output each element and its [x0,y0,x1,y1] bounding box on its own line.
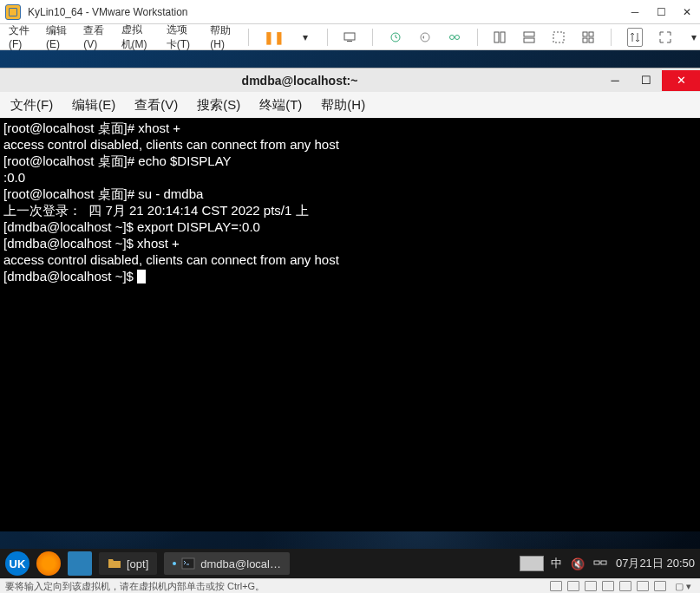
guest-taskbar: UK [opt] dmdba@local… 中 🔇 07月21日 20:50 [0,549,700,578]
terminal-line: access control disabled, clients can con… [3,251,697,268]
vmware-menubar: 文件(F) 编辑(E) 查看(V) 虚拟机(M) 选项卡(T) 帮助(H) ❚❚… [0,24,700,50]
clock[interactable]: 07月21日 20:50 [616,556,695,571]
input-method-icon[interactable]: 中 [551,556,562,571]
svg-rect-7 [500,32,505,42]
status-menu-icon[interactable]: ▢ ▾ [671,581,695,592]
terminal-menu-view[interactable]: 查看(V) [134,97,178,114]
vmware-app-icon [5,4,21,20]
svg-point-4 [449,35,454,39]
tray-applet-icon[interactable] [520,556,544,571]
terminal-line: [root@localhost 桌面]# echo $DISPLAY [3,153,697,169]
svg-rect-17 [601,561,606,564]
layout-3-icon[interactable] [552,28,566,47]
terminal-line: [root@localhost 桌面]# xhost + [3,120,697,136]
terminal-menubar: 文件(F) 编辑(E) 查看(V) 搜索(S) 终端(T) 帮助(H) [0,92,700,118]
snapshot-take-icon[interactable] [389,28,402,47]
taskbar-item-opt[interactable]: [opt] [99,552,157,575]
device-net-icon[interactable] [585,581,597,591]
window-title: KyLin10_64 - VMware Workstation [28,6,622,18]
layout-2-icon[interactable] [522,28,536,47]
terminal-line: [dmdba@localhost ~]$ xhost + [3,235,697,251]
separator [248,29,249,46]
terminal-cursor [137,270,146,283]
taskbar-item-terminal[interactable]: dmdba@local… [164,552,290,575]
layout-1-icon[interactable] [493,28,507,47]
svg-rect-14 [589,38,593,42]
terminal-close-button[interactable]: ✕ [662,70,700,91]
terminal-line: 上一次登录： 四 7月 21 20:14:14 CST 2022 pts/1 上 [3,202,697,218]
svg-rect-13 [583,38,587,42]
separator [477,29,478,46]
terminal-title: dmdba@localhost:~ [0,74,599,88]
power-dropdown-icon[interactable]: ▾ [299,28,311,47]
menu-help[interactable]: 帮助(H) [210,23,232,50]
system-tray: 中 🔇 07月21日 20:50 [551,556,695,571]
svg-point-3 [421,33,429,42]
status-text: 要将输入定向到该虚拟机，请在虚拟机内部单击或按 Ctrl+G。 [5,580,550,593]
terminal-menu-search[interactable]: 搜索(S) [197,97,240,114]
svg-rect-10 [553,32,564,42]
terminal-line: access control disabled, clients can con… [3,136,697,153]
menu-view[interactable]: 查看(V) [83,23,105,50]
terminal-minimize-button[interactable]: ─ [599,70,631,91]
close-button[interactable]: ✕ [674,3,700,21]
svg-rect-8 [524,32,534,36]
terminal-line: [root@localhost 桌面]# su - dmdba [3,186,697,202]
separator [327,29,328,46]
firefox-icon[interactable] [36,551,61,576]
terminal-line: :0.0 [3,169,697,186]
terminal-titlebar[interactable]: dmdba@localhost:~ ─ ☐ ✕ [0,68,700,92]
svg-point-5 [455,35,459,39]
minimize-button[interactable]: ─ [622,3,648,21]
taskbar-spacer [297,556,544,571]
folder-icon [108,557,121,570]
svg-rect-6 [494,32,499,42]
terminal-line: [dmdba@localhost ~]$ [3,268,697,284]
device-hdd-icon[interactable] [550,581,562,591]
device-sound-icon[interactable] [619,581,631,591]
terminal-menu-file[interactable]: 文件(F) [10,97,53,114]
svg-rect-15 [182,558,194,569]
svg-rect-16 [594,561,599,564]
status-device-icons: ▢ ▾ [550,581,695,592]
fullscreen-dropdown-icon[interactable]: ▾ [688,28,700,47]
vm-display-area[interactable]: dmdba@localhost:~ ─ ☐ ✕ 文件(F) 编辑(E) 查看(V… [0,50,700,578]
taskbar-item-label: [opt] [127,557,148,570]
menu-edit[interactable]: 编辑(E) [46,23,68,50]
start-menu-button[interactable]: UK [5,551,29,576]
device-cd-icon[interactable] [567,581,579,591]
send-ctrl-alt-del-icon[interactable] [343,28,357,47]
device-usb-icon[interactable] [602,581,614,591]
window-controls: ─ ☐ ✕ [622,3,700,21]
snapshot-manager-icon[interactable] [448,28,461,47]
terminal-menu-terminal[interactable]: 终端(T) [259,97,302,114]
volume-muted-icon[interactable]: 🔇 [571,557,585,570]
menu-tabs[interactable]: 选项卡(T) [167,23,195,52]
svg-rect-0 [344,33,355,40]
maximize-button[interactable]: ☐ [648,3,674,21]
svg-rect-11 [583,32,587,36]
network-icon[interactable] [593,557,607,570]
separator [372,29,373,46]
pause-vm-button[interactable]: ❚❚ [265,28,284,47]
terminal-menu-help[interactable]: 帮助(H) [321,97,365,114]
terminal-body[interactable]: [root@localhost 桌面]# xhost +access contr… [0,118,700,531]
vmware-titlebar: KyLin10_64 - VMware Workstation ─ ☐ ✕ [0,0,700,24]
svg-rect-12 [589,32,593,36]
terminal-line: [dmdba@localhost ~]$ export DISPLAY=:0.0 [3,218,697,235]
file-manager-icon[interactable] [68,551,92,576]
svg-rect-1 [347,41,352,42]
layout-4-icon[interactable] [581,28,595,47]
separator [611,29,612,46]
terminal-maximize-button[interactable]: ☐ [631,70,662,91]
device-printer-icon[interactable] [637,581,649,591]
menu-vm[interactable]: 虚拟机(M) [121,23,151,52]
terminal-menu-edit[interactable]: 编辑(E) [72,97,115,114]
device-display-icon[interactable] [654,581,666,591]
menu-file[interactable]: 文件(F) [9,23,30,50]
snapshot-revert-icon[interactable] [418,28,432,47]
terminal-window: dmdba@localhost:~ ─ ☐ ✕ 文件(F) 编辑(E) 查看(V… [0,68,700,531]
vmware-statusbar: 要将输入定向到该虚拟机，请在虚拟机内部单击或按 Ctrl+G。 ▢ ▾ [0,578,700,593]
quick-switch-icon[interactable] [627,28,643,47]
fullscreen-icon[interactable] [658,28,672,47]
